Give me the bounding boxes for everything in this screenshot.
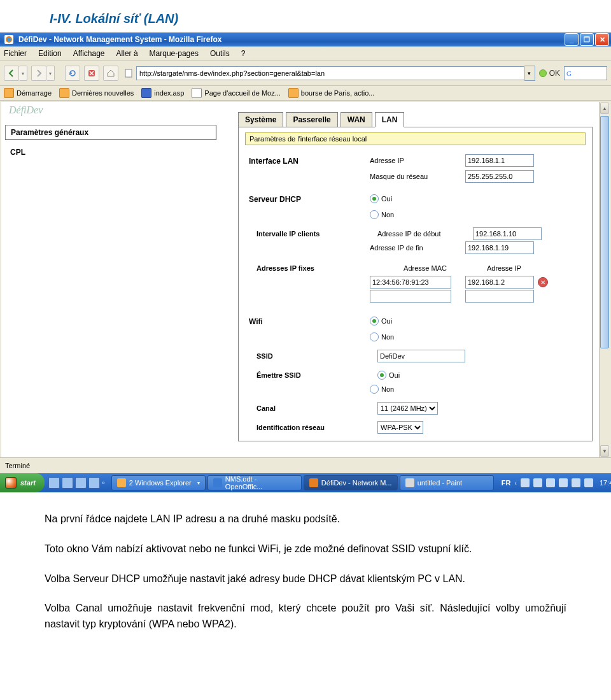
tray-icon[interactable] <box>533 478 542 487</box>
menu-tools[interactable]: Outils <box>210 49 230 58</box>
tab-lan[interactable]: LAN <box>375 112 405 127</box>
start-button[interactable]: start <box>0 473 45 492</box>
quick-launch: » <box>45 477 109 489</box>
ssid-input[interactable] <box>377 350 465 362</box>
fixed-mac-1[interactable] <box>370 290 451 303</box>
task-explorer[interactable]: 2 Windows Explorer▾ <box>111 475 206 490</box>
lan-ip-label: Adresse IP <box>370 157 465 164</box>
sidebar-item-general[interactable]: Paramètres généraux <box>5 125 216 140</box>
vertical-scrollbar[interactable]: ▲ ▼ <box>599 102 610 457</box>
task-openoffice[interactable]: NMS.odt - OpenOffic... <box>207 475 302 490</box>
search-box[interactable]: G <box>564 66 607 80</box>
back-dropdown[interactable]: ▾ <box>19 66 27 81</box>
scroll-up-icon[interactable]: ▲ <box>600 103 609 114</box>
task-firefox[interactable]: DéfiDev - Network M... <box>304 475 398 490</box>
menu-edit[interactable]: Edition <box>38 49 62 58</box>
sidebar-item-cpl[interactable]: CPL <box>5 145 216 159</box>
menu-file[interactable]: Fichier <box>4 49 27 58</box>
go-button[interactable]: OK <box>539 69 560 78</box>
fixed-ip-0[interactable] <box>465 276 534 289</box>
tray-icon[interactable] <box>584 478 593 487</box>
document-icon <box>213 478 222 487</box>
task-label: DéfiDev - Network M... <box>321 479 392 487</box>
bookmark-item[interactable]: bourse de Paris, actio... <box>288 88 375 98</box>
menu-help[interactable]: ? <box>241 49 246 58</box>
stop-button[interactable] <box>84 66 99 81</box>
delete-row-icon[interactable]: ✕ <box>538 277 548 287</box>
body-p4: Volba Canal umožňuje nastavit frekvenční… <box>45 601 566 632</box>
emit-non-label: Non <box>381 385 394 393</box>
wifi-non-radio[interactable] <box>370 332 379 341</box>
task-paint[interactable]: untitled - Paint <box>400 475 494 490</box>
forward-dropdown[interactable]: ▾ <box>46 66 55 81</box>
bookmark-item[interactable]: index.asp <box>141 88 184 98</box>
scroll-thumb[interactable] <box>600 116 609 348</box>
bookmark-icon <box>288 88 298 98</box>
quick-launch-icon[interactable] <box>48 477 60 489</box>
close-button[interactable]: ✕ <box>595 33 609 46</box>
emit-non-radio[interactable] <box>370 385 379 394</box>
clock: 17:48 <box>597 479 611 487</box>
url-dropdown[interactable]: ▾ <box>524 66 535 81</box>
url-input[interactable] <box>136 66 524 80</box>
tray-icon[interactable] <box>546 478 555 487</box>
quick-launch-icon[interactable] <box>62 477 73 489</box>
back-button[interactable] <box>4 66 19 81</box>
quick-launch-icon[interactable] <box>88 477 100 489</box>
body-text: Na první řádce najdete LAN IP adresu a n… <box>0 492 611 672</box>
wifi-title: Wifi <box>245 317 370 326</box>
folder-icon <box>117 478 126 487</box>
home-button[interactable] <box>103 66 118 81</box>
tray-icon[interactable] <box>572 478 580 487</box>
svg-rect-3 <box>125 69 132 77</box>
reload-button[interactable] <box>65 66 80 81</box>
wifi-oui-label: Oui <box>381 317 392 325</box>
google-icon: G <box>566 69 574 77</box>
bookmark-item[interactable]: Dernières nouvelles <box>59 88 134 98</box>
ident-select[interactable]: WPA-PSK <box>377 421 423 434</box>
lan-ip-input[interactable] <box>465 154 534 167</box>
tray-expand-icon[interactable]: ‹ <box>515 480 517 487</box>
bookmarks-toolbar: Démarrage Dernières nouvelles index.asp … <box>0 86 611 101</box>
lang-indicator[interactable]: FR <box>502 479 511 487</box>
task-label: untitled - Paint <box>418 479 462 487</box>
menu-go[interactable]: Aller à <box>116 49 138 58</box>
dhcp-start-input[interactable] <box>473 227 542 240</box>
tab-passerelle[interactable]: Passerelle <box>286 112 337 127</box>
bookmark-item[interactable]: Démarrage <box>4 88 52 98</box>
tray-icon[interactable] <box>521 478 530 487</box>
maximize-button[interactable]: ❐ <box>580 33 594 46</box>
dhcp-fixed-title: Adresses IP fixes <box>245 264 377 272</box>
dhcp-interval-title: Intervalle IP clients <box>245 230 377 238</box>
menu-bookmarks[interactable]: Marque-pages <box>150 49 199 58</box>
tray-icon[interactable] <box>559 478 568 487</box>
dhcp-non-radio[interactable] <box>370 210 379 219</box>
windows-logo-icon <box>5 477 17 489</box>
forward-button[interactable] <box>31 66 46 81</box>
dhcp-oui-radio[interactable] <box>370 194 379 203</box>
tab-wan[interactable]: WAN <box>341 112 372 127</box>
minimize-button[interactable]: _ <box>565 33 579 46</box>
interface-lan-title: Interface LAN <box>245 157 370 166</box>
scroll-down-icon[interactable]: ▼ <box>600 445 609 457</box>
dhcp-end-label: Adresse IP de fin <box>370 244 465 252</box>
main-panel: Système Passerelle WAN LAN Paramètres de… <box>238 112 593 441</box>
page-icon <box>125 69 134 78</box>
lan-mask-input[interactable] <box>465 170 534 183</box>
emit-ssid-label: Émettre SSID <box>245 371 377 379</box>
quick-launch-icon[interactable] <box>75 477 87 489</box>
tab-systeme[interactable]: Système <box>238 112 283 127</box>
body-p2: Toto okno Vám nabízí aktivovat nebo ne f… <box>45 541 566 557</box>
start-label: start <box>20 479 36 487</box>
wifi-oui-radio[interactable] <box>370 317 379 325</box>
fixed-mac-0[interactable] <box>370 276 451 289</box>
tab-body: Paramètres de l'interface réseau local I… <box>238 127 593 441</box>
emit-oui-radio[interactable] <box>377 371 386 380</box>
fixed-ip-1[interactable] <box>465 290 534 303</box>
canal-select[interactable]: 11 (2462 MHz) <box>377 402 438 415</box>
bookmark-label: index.asp <box>154 89 184 97</box>
bookmark-item[interactable]: Page d'accueil de Moz... <box>192 88 281 98</box>
dhcp-end-input[interactable] <box>465 241 534 254</box>
menu-view[interactable]: Affichage <box>73 49 105 58</box>
wifi-non-label: Non <box>381 333 394 341</box>
